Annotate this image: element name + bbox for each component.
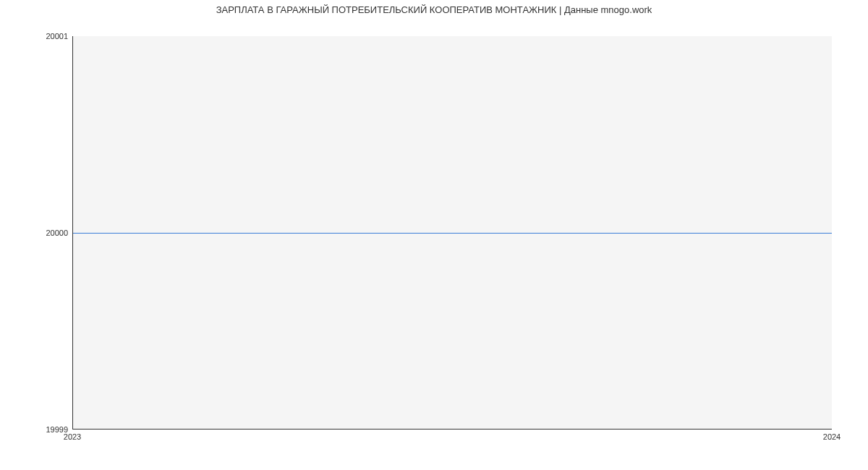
- chart-title: ЗАРПЛАТА В ГАРАЖНЫЙ ПОТРЕБИТЕЛЬСКИЙ КООП…: [0, 4, 868, 15]
- salary-line-chart: ЗАРПЛАТА В ГАРАЖНЫЙ ПОТРЕБИТЕЛЬСКИЙ КООП…: [0, 0, 868, 448]
- y-tick-label: 20000: [3, 228, 68, 237]
- x-tick-label: 2023: [64, 432, 81, 441]
- plot-area: [72, 36, 832, 430]
- x-tick-label: 2024: [823, 432, 841, 441]
- y-tick-label: 19999: [3, 425, 68, 434]
- y-tick-label: 20001: [3, 32, 68, 40]
- series-line-salary: [73, 233, 832, 234]
